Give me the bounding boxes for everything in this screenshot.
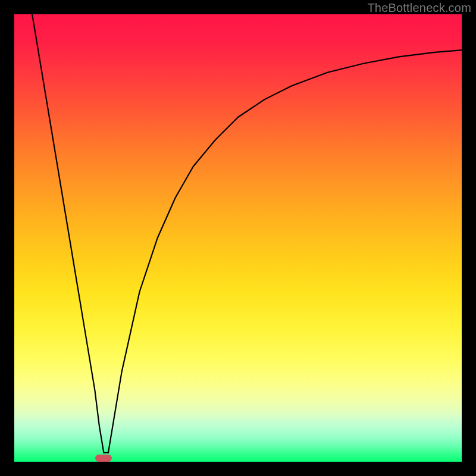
- chart-frame: TheBottleneck.com: [0, 0, 476, 476]
- plot-area: [14, 14, 462, 462]
- bottleneck-curve-path: [32, 14, 462, 453]
- optimum-marker: [95, 455, 112, 462]
- watermark-text: TheBottleneck.com: [367, 1, 471, 15]
- curve-svg: [14, 14, 462, 462]
